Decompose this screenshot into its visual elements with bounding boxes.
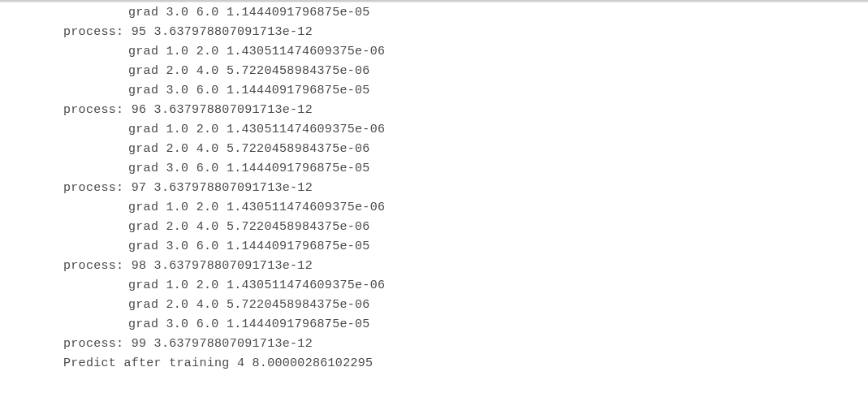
output-line: grad 1.0 2.0 1.430511474609375e-06 (63, 120, 868, 140)
output-line: process: 97 3.637978807091713e-12 (63, 179, 868, 198)
output-line: Predict after training 4 8.0000028610229… (63, 354, 868, 374)
output-line: grad 2.0 4.0 5.7220458984375e-06 (63, 218, 868, 237)
output-line: grad 1.0 2.0 1.430511474609375e-06 (63, 42, 868, 62)
output-line: process: 99 3.637978807091713e-12 (63, 335, 868, 354)
output-line: grad 1.0 2.0 1.430511474609375e-06 (63, 276, 868, 296)
output-line: process: 98 3.637978807091713e-12 (63, 257, 868, 276)
output-line: grad 3.0 6.0 1.1444091796875e-05 (63, 315, 868, 335)
output-line: grad 3.0 6.0 1.1444091796875e-05 (63, 237, 868, 257)
output-line: grad 2.0 4.0 5.7220458984375e-06 (63, 296, 868, 315)
output-line: grad 3.0 6.0 1.1444091796875e-05 (63, 159, 868, 179)
output-line: grad 3.0 6.0 1.1444091796875e-05 (63, 81, 868, 101)
output-line: process: 96 3.637978807091713e-12 (63, 101, 868, 120)
output-line: process: 95 3.637978807091713e-12 (63, 23, 868, 42)
output-line: grad 2.0 4.0 5.7220458984375e-06 (63, 62, 868, 81)
output-line: grad 3.0 6.0 1.1444091796875e-05 (63, 3, 868, 23)
output-line: grad 1.0 2.0 1.430511474609375e-06 (63, 198, 868, 218)
output-line: grad 2.0 4.0 5.7220458984375e-06 (63, 140, 868, 159)
console-output: grad 3.0 6.0 1.1444091796875e-05 process… (63, 3, 868, 374)
